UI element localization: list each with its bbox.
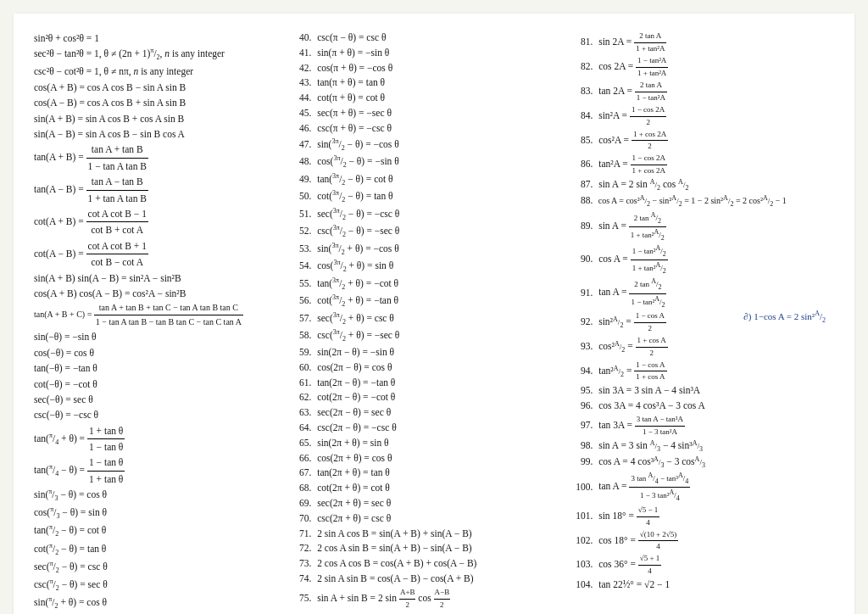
formula-line: 63. sec(2π − θ) = sec θ <box>292 405 564 421</box>
formula-line: 90. cos A = 1 − tan²A/21 + tan²A/2 <box>574 243 834 276</box>
formula-line: 82. cos 2A = 1 − tan²A1 + tan²A <box>574 55 834 80</box>
formula-line: 55. tan(3π/2 + θ) = −cot θ <box>292 276 564 293</box>
formula-line: 73. 2 cos A cos B = cos(A + B) + cos(A −… <box>292 556 564 572</box>
formula-line: 40. csc(π − θ) = csc θ <box>292 31 564 46</box>
formula-line: 61. tan(2π − θ) = −tan θ <box>292 376 564 391</box>
formula-line: 59. sin(2π − θ) = −sin θ <box>292 345 564 360</box>
formula-line: 52. csc(3π/2 − θ) = −sec θ <box>292 223 564 241</box>
formula-line: 67. tan(2π + θ) = tan θ <box>292 466 564 481</box>
formula-line: 62. cot(2π − θ) = −cot θ <box>292 390 564 405</box>
formula-line: 86. tan²A = 1 − cos 2A1 + cos 2A <box>574 153 834 177</box>
formula-line: 83. tan 2A = 2 tan A1 − tan²A <box>574 80 834 104</box>
identity-line: csc(π/2 − θ) = sec θ <box>34 577 282 594</box>
identity-line: cos(π/3 − θ) = sin θ <box>34 505 282 522</box>
col1-top-lines: sin²θ + cos²θ = 1 sec²θ − tan²θ = 1, θ ≠… <box>34 31 282 614</box>
identity-line: cot(A + B) = cot A cot B − 1cot B + cot … <box>34 206 282 238</box>
identity-line: tan(A + B) = tan A + tan B1 − tan A tan … <box>34 142 282 174</box>
formula-line: 45. sec(π + θ) = −sec θ <box>292 106 564 121</box>
formula-line: 54. cos(3π/2 + θ) = sin θ <box>292 258 564 276</box>
identity-line: sec(−θ) = sec θ <box>34 392 282 407</box>
identity-line: tan(π/4 − θ) = 1 − tan θ1 + tan θ <box>34 455 282 487</box>
formula-line: 102. cos 18° = √(10 + 2√5)4 <box>574 529 834 554</box>
formula-line: 74. 2 sin A sin B = cos(A − B) − cos(A +… <box>292 572 564 587</box>
formula-line: 94. tan²A/2 = 1 − cos A1 + cos A <box>574 360 834 384</box>
formula-line: 104. tan 22½° = √2 − 1 <box>574 578 834 593</box>
identity-line: sin(A + B) sin(A − B) = sin²A − sin²B <box>34 271 282 286</box>
identity-line: sin(A − B) = sin A cos B − sin B cos A <box>34 126 282 142</box>
formula-line: 99. cos A = 4 cos³A/3 − 3 cosA/3 <box>574 455 834 471</box>
formula-line: 91. tan A = 2 tan A/21 − tan²A/2 <box>574 276 834 310</box>
formula-line: 101. sin 18° = √5 − 14 <box>574 505 834 529</box>
formula-line: 48. cos(3π/2 − θ) = −sin θ <box>292 154 564 171</box>
identity-line: sin(π/3 − θ) = cos θ <box>34 487 282 505</box>
formula-line: 60. cos(2π − θ) = cos θ <box>292 360 564 376</box>
formula-line: 66. cos(2π + θ) = cos θ <box>292 451 564 466</box>
formula-line: 96. cos 3A = 4 cos³A − 3 cos A <box>574 399 834 414</box>
formula-line: 68. cot(2π + θ) = cot θ <box>292 481 564 496</box>
identity-line: sec²θ − tan²θ = 1, θ ≠ (2n + 1)π/2, n is… <box>34 46 282 64</box>
identity-line: cos(A + B) cos(A − B) = cos²A − sin²B <box>34 286 282 301</box>
identity-line: tan(π/2 − θ) = cot θ <box>34 522 282 540</box>
formula-line: 65. sin(2π + θ) = sin θ <box>292 436 564 451</box>
identity-line: tan(A + B + C) = tan A + tan B + tan C −… <box>34 301 282 329</box>
formula-line: 95. sin 3A = 3 sin A − 4 sin³A <box>574 383 834 399</box>
formula-line: 43. tan(π + θ) = tan θ <box>292 75 564 91</box>
identity-line: tan(π/4 + θ) = 1 + tan θ1 − tan θ <box>34 423 282 455</box>
formula-line: 69. sec(2π + θ) = sec θ <box>292 496 564 511</box>
identity-line: tan(A − B) = tan A − tan B1 + tan A tan … <box>34 174 282 206</box>
identity-line: cos(A − B) = cos A cos B + sin A sin B <box>34 95 282 110</box>
identity-line: sec(π/2 − θ) = csc θ <box>34 559 282 577</box>
identity-line: sin(−θ) = −sin θ <box>34 329 282 344</box>
formula-line: 97. tan 3A = 3 tan A − tan³A1 − 3 tan²A <box>574 414 834 438</box>
formula-line: 72. 2 cos A sin B = sin(A + B) − sin(A −… <box>292 541 564 556</box>
formula-line: 56. cot(3π/2 + θ) = −tan θ <box>292 293 564 310</box>
formula-line: 93. cos²A/2 = 1 + cos A2 <box>574 335 834 360</box>
col3: 81. sin 2A = 2 tan A1 + tan²A 82. cos 2A… <box>569 31 834 614</box>
formula-line: 42. cos(π + θ) = −cos θ <box>292 61 564 76</box>
formula-line: 41. sin(π + θ) = −sin θ <box>292 46 564 61</box>
formula-line: 53. sin(3π/2 + θ) = −cos θ <box>292 241 564 259</box>
formula-line: 87. sin A = 2 sin A/2 cos A/2 <box>574 177 834 193</box>
identity-line: tan(−θ) = −tan θ <box>34 360 282 376</box>
page: sin²θ + cos²θ = 1 sec²θ − tan²θ = 1, θ ≠… <box>14 14 854 614</box>
identity-line: cos(A + B) = cos A cos B − sin A sin B <box>34 80 282 95</box>
col1: sin²θ + cos²θ = 1 sec²θ − tan²θ = 1, θ ≠… <box>34 31 287 614</box>
identity-line: sin²θ + cos²θ = 1 <box>34 31 282 46</box>
identity-line: cot(π/2 − θ) = tan θ <box>34 541 282 559</box>
formula-line: 85. cos²A = 1 + cos 2A2 <box>574 129 834 154</box>
formula-line: 51. sec(3π/2 − θ) = −csc θ <box>292 206 564 224</box>
formula-line: 70. csc(2π + θ) = csc θ <box>292 511 564 527</box>
formula-line: 89. sin A = 2 tan A/21 + tan²A/2 <box>574 210 834 243</box>
formula-line: 81. sin 2A = 2 tan A1 + tan²A <box>574 31 834 55</box>
formula-line: 47. sin(3π/2 − θ) = −cos θ <box>292 137 564 154</box>
formula-line: 84. sin²A = 1 − cos 2A2 <box>574 104 834 129</box>
formula-line: 50. cot(3π/2 − θ) = tan θ <box>292 188 564 206</box>
identity-line: csc(−θ) = −csc θ <box>34 407 282 422</box>
identity-line: cos(−θ) = cos θ <box>34 345 282 360</box>
formula-line: 98. sin A = 3 sin A/3 − 4 sin³A/3 <box>574 438 834 455</box>
formula-line: 64. csc(2π − θ) = −csc θ <box>292 421 564 436</box>
identity-line: csc²θ − cot²θ = 1, θ ≠ nπ, n is any inte… <box>34 64 282 79</box>
col2: 40. csc(π − θ) = csc θ 41. sin(π + θ) = … <box>287 31 569 614</box>
identity-line: cot(−θ) = −cot θ <box>34 377 282 392</box>
formula-line: 46. csc(π + θ) = −csc θ <box>292 121 564 137</box>
identity-line: cot(A − B) = cot A cot B + 1cot B − cot … <box>34 238 282 271</box>
formula-line: 103. cos 36° = √5 + 14 <box>574 553 834 578</box>
numbered-formulas-col2: 40. csc(π − θ) = csc θ 41. sin(π + θ) = … <box>292 31 564 614</box>
formula-line: 44. cot(π + θ) = cot θ <box>292 91 564 106</box>
numbered-formulas-col3: 81. sin 2A = 2 tan A1 + tan²A 82. cos 2A… <box>574 31 834 593</box>
formula-line: 71. 2 sin A cos B = sin(A + B) + sin(A −… <box>292 527 564 542</box>
formula-line: 75. sin A + sin B = 2 sin A+B2 cos A−B2 <box>292 587 564 611</box>
identity-line: sin(π/2 + θ) = cos θ <box>34 594 282 612</box>
formula-line: 49. tan(3π/2 − θ) = cot θ <box>292 171 564 189</box>
formula-line: 57. sec(3π/2 + θ) = csc θ <box>292 310 564 328</box>
formula-line: 100. tan A = 3 tan A/4 − tan³A/41 − 3 ta… <box>574 471 834 504</box>
formula-line: 88. cos A = cos²A/2 − sin²A/2 = 1 − 2 si… <box>574 193 834 209</box>
formula-line: 92. sin²A/2 = 1 − cos A2 ∂) 1−cos A = 2 … <box>574 310 834 335</box>
identity-line: sin(A + B) = sin A cos B + cos A sin B <box>34 111 282 126</box>
formula-line: 58. csc(3π/2 + θ) = −sec θ <box>292 327 564 345</box>
